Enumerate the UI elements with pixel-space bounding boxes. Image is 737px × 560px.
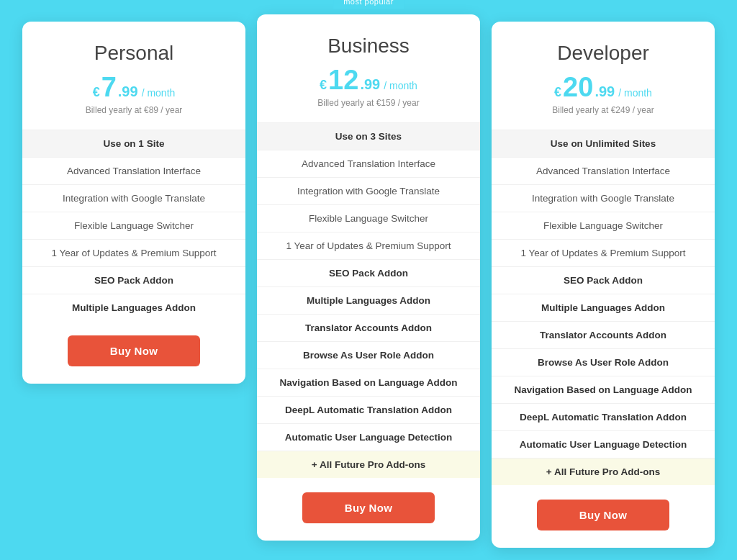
feature-item: Advanced Translation Interface — [257, 150, 480, 178]
plan-name: Personal — [40, 42, 228, 65]
plan-footer-personal: Buy Now — [22, 321, 245, 384]
feature-item: + All Future Pro Add-ons — [492, 459, 715, 485]
plan-header-business: Business €12.99/ month Billed yearly at … — [257, 14, 480, 123]
feature-item: Integration with Google Translate — [492, 185, 715, 212]
feature-item: Integration with Google Translate — [22, 185, 245, 212]
plan-header-personal: Personal €7.99/ month Billed yearly at €… — [22, 22, 245, 130]
feature-item: 1 Year of Updates & Premium Support — [257, 232, 480, 260]
plan-price-row: €7.99/ month — [40, 73, 228, 101]
plan-footer-business: Buy Now — [257, 478, 480, 541]
plan-billing: Billed yearly at €89 / year — [40, 105, 228, 115]
price-period: / month — [384, 80, 417, 91]
plan-footer-developer: Buy Now — [492, 485, 715, 548]
plan-price-row: €12.99/ month — [274, 66, 463, 94]
feature-item: 1 Year of Updates & Premium Support — [22, 240, 245, 267]
feature-item: Automatic User Language Detection — [492, 431, 715, 459]
plan-card-developer: Developer €20.99/ month Billed yearly at… — [492, 22, 715, 548]
feature-item: Use on 3 Sites — [257, 123, 480, 150]
feature-item: Multiple Languages Addon — [257, 287, 480, 315]
buy-button-business[interactable]: Buy Now — [302, 492, 434, 523]
plan-price-row: €20.99/ month — [509, 73, 697, 101]
plan-name: Business — [274, 35, 463, 58]
feature-item: SEO Pack Addon — [22, 267, 245, 294]
price-decimal: .99 — [118, 83, 138, 100]
feature-item: Browse As User Role Addon — [492, 349, 715, 376]
feature-item: Advanced Translation Interface — [22, 158, 245, 185]
feature-item: DeepL Automatic Translation Addon — [492, 404, 715, 431]
feature-item: Flexible Language Switcher — [22, 212, 245, 240]
feature-item: SEO Pack Addon — [492, 267, 715, 294]
price-amount: 7 — [101, 73, 117, 101]
feature-item: Use on Unlimited Sites — [492, 130, 715, 158]
price-amount: 12 — [328, 66, 358, 94]
feature-item: Translator Accounts Addon — [492, 322, 715, 349]
features-list-developer: Use on Unlimited SitesAdvanced Translati… — [492, 130, 715, 485]
price-period: / month — [618, 87, 652, 99]
feature-item: Multiple Languages Addon — [492, 294, 715, 322]
feature-item: Multiple Languages Addon — [22, 294, 245, 321]
buy-button-developer[interactable]: Buy Now — [537, 500, 669, 530]
plan-billing: Billed yearly at €159 / year — [274, 98, 463, 108]
feature-item: Integration with Google Translate — [257, 178, 480, 205]
feature-item: Navigation Based on Language Addon — [257, 369, 480, 397]
feature-item: Translator Accounts Addon — [257, 315, 480, 342]
buy-button-personal[interactable]: Buy Now — [68, 335, 199, 366]
feature-item: 1 Year of Updates & Premium Support — [492, 240, 715, 267]
price-decimal: .99 — [594, 83, 615, 100]
feature-item: Flexible Language Switcher — [492, 212, 715, 240]
price-period: / month — [142, 87, 176, 99]
plan-header-developer: Developer €20.99/ month Billed yearly at… — [492, 22, 715, 130]
price-currency: € — [320, 78, 327, 93]
features-list-personal: Use on 1 SiteAdvanced Translation Interf… — [22, 130, 245, 321]
price-currency: € — [93, 85, 100, 100]
price-decimal: .99 — [360, 76, 380, 93]
features-list-business: Use on 3 SitesAdvanced Translation Inter… — [257, 123, 480, 478]
feature-item: Browse As User Role Addon — [257, 342, 480, 369]
feature-item: Use on 1 Site — [22, 130, 245, 158]
feature-item: DeepL Automatic Translation Addon — [257, 397, 480, 424]
plan-name: Developer — [509, 42, 697, 65]
plan-billing: Billed yearly at €249 / year — [509, 105, 697, 115]
feature-item: Advanced Translation Interface — [492, 158, 715, 185]
feature-item: Navigation Based on Language Addon — [492, 376, 715, 404]
feature-item: Flexible Language Switcher — [257, 205, 480, 232]
plan-card-business: most popular Business €12.99/ month Bill… — [257, 14, 480, 541]
most-popular-badge: most popular — [333, 0, 404, 9]
plan-card-personal: Personal €7.99/ month Billed yearly at €… — [22, 22, 245, 384]
pricing-container: Personal €7.99/ month Billed yearly at €… — [16, 22, 721, 548]
feature-item: Automatic User Language Detection — [257, 424, 480, 451]
feature-item: SEO Pack Addon — [257, 260, 480, 287]
price-amount: 20 — [563, 73, 593, 101]
price-currency: € — [554, 85, 561, 100]
feature-item: + All Future Pro Add-ons — [257, 451, 480, 478]
